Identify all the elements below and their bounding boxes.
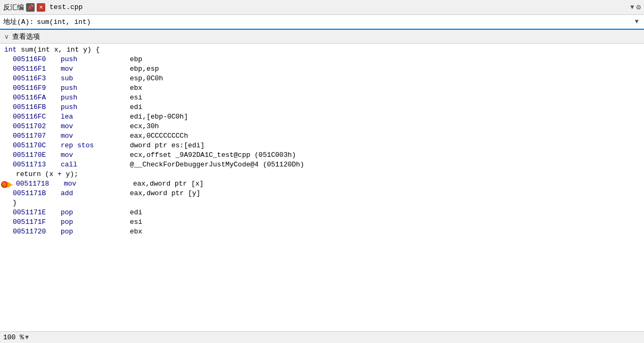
address-dropdown-icon[interactable]: ▼ [633, 18, 641, 26]
operands: eax,dword ptr [x] [133, 180, 204, 188]
operands: ebp,esp [130, 65, 159, 73]
code-line: 00511720popebx [0, 228, 644, 237]
operands: ebx [130, 228, 142, 236]
operands: @__CheckForDebuggerJustMyCode@4 (051120D… [130, 161, 304, 169]
code-area[interactable]: int sum(int x, int y) {005116F0pushebp00… [0, 44, 644, 331]
operands: edi [130, 208, 142, 216]
func-sig-text: sum(int x, int y) { [21, 46, 100, 54]
address: 005116F3 [13, 74, 61, 82]
pin-button[interactable]: 📌 [26, 3, 35, 12]
address: 00511713 [13, 161, 61, 169]
mnemonic: push [61, 55, 130, 63]
address: 005116FA [13, 94, 61, 102]
mnemonic: push [61, 84, 130, 92]
mnemonic: push [61, 103, 130, 111]
mnemonic: push [61, 94, 130, 102]
operands: esi [130, 218, 142, 226]
code-line: 00511713call@__CheckForDebuggerJustMyCod… [0, 161, 644, 170]
code-line: 0051171Epopedi [0, 208, 644, 218]
breakpoint-arrow-marker [1, 181, 13, 188]
title-bar-right: ▼ ⚙ [630, 3, 641, 12]
mnemonic: pop [61, 228, 130, 236]
operands: esp,0C0h [130, 74, 163, 82]
code-line: 005116F3subesp,0C0h [0, 74, 644, 84]
code-line: 00511718moveax,dword ptr [x] [0, 180, 644, 189]
title-bar: 反汇编 📌 ✕ test.cpp ▼ ⚙ [0, 0, 644, 15]
close-tab-button[interactable]: ✕ [37, 3, 45, 12]
operands: ebp [130, 55, 142, 63]
brace-text: } [13, 199, 17, 207]
code-line: 00511707moveax,0CCCCCCCCh [0, 132, 644, 141]
code-line: 005116F9pushebx [0, 84, 644, 94]
mnemonic: mov [61, 65, 130, 73]
gear-icon[interactable]: ⚙ [637, 3, 641, 12]
address: 0051171B [13, 189, 61, 197]
code-line: 005116F0pushebp [0, 55, 644, 65]
app-name-label: 反汇编 [3, 3, 24, 12]
code-line: 005116FCleaedi,[ebp-0C0h] [0, 113, 644, 122]
current-line-arrow-icon [7, 181, 13, 188]
mnemonic: mov [61, 122, 130, 130]
address: 005116FC [13, 113, 61, 121]
address: 00511720 [13, 228, 61, 236]
code-line: 0051171Baddeax,dword ptr [y] [0, 189, 644, 199]
code-line: 0051170Emovecx,offset _9A92DA1C_test@cpp… [0, 151, 644, 161]
operands: dword ptr es:[edi] [130, 141, 204, 149]
operands: edi,[ebp-0C0h] [130, 113, 188, 121]
address: 005116F0 [13, 55, 61, 63]
operands: eax,dword ptr [y] [130, 189, 201, 197]
address-input[interactable] [37, 18, 633, 26]
mnemonic: call [61, 161, 130, 169]
address-label: 地址(A): [3, 17, 34, 27]
view-toggle-button[interactable]: ∨ [3, 33, 10, 40]
address: 00511702 [13, 122, 61, 130]
zoom-dropdown-icon[interactable]: ▼ [24, 334, 30, 341]
code-line: 0051171Fpopesi [0, 218, 644, 228]
bottom-bar: 100 % ▼ [0, 331, 644, 343]
operands: esi [130, 94, 142, 102]
address: 005116FB [13, 103, 61, 111]
mnemonic: lea [61, 113, 130, 121]
operands: ebx [130, 84, 142, 92]
code-line: 005116FBpushedi [0, 103, 644, 113]
view-options-label: 查看选项 [12, 32, 40, 41]
address: 0051170E [13, 151, 61, 159]
tab-label: test.cpp [47, 3, 85, 11]
mnemonic: sub [61, 74, 130, 82]
code-line: 005116FApushesi [0, 94, 644, 103]
mnemonic: mov [64, 180, 133, 188]
address: 00511718 [16, 180, 64, 188]
code-line: } [0, 199, 644, 208]
source-text: return (x + y); [16, 170, 78, 178]
code-line: return (x + y); [0, 170, 644, 180]
mnemonic: mov [61, 132, 130, 140]
title-dropdown-icon[interactable]: ▼ [630, 4, 634, 11]
mnemonic: pop [61, 218, 130, 226]
view-options-bar: ∨ 查看选项 [0, 30, 644, 44]
main-content: int sum(int x, int y) {005116F0pushebp00… [0, 44, 644, 331]
address: 0051171F [13, 218, 61, 226]
operands: eax,0CCCCCCCCh [130, 132, 188, 140]
address: 0051170C [13, 141, 61, 149]
operands: ecx,30h [130, 122, 159, 130]
address-bar: 地址(A): ▼ [0, 15, 644, 30]
mnemonic: mov [61, 151, 130, 159]
keyword: int [4, 46, 16, 54]
address: 0051171E [13, 208, 61, 216]
mnemonic: rep stos [61, 141, 130, 149]
address: 005116F9 [13, 84, 61, 92]
address: 00511707 [13, 132, 61, 140]
code-line: int sum(int x, int y) { [0, 46, 644, 55]
operands: edi [130, 103, 142, 111]
mnemonic: add [61, 189, 130, 197]
code-line: 0051170Crep stosdword ptr es:[edi] [0, 141, 644, 151]
code-line: 00511702movecx,30h [0, 122, 644, 132]
operands: ecx,offset _9A92DA1C_test@cpp (051C003h) [130, 151, 296, 159]
mnemonic: pop [61, 208, 130, 216]
address: 005116F1 [13, 65, 61, 73]
code-line: 005116F1movebp,esp [0, 65, 644, 74]
zoom-label: 100 % [3, 333, 24, 341]
